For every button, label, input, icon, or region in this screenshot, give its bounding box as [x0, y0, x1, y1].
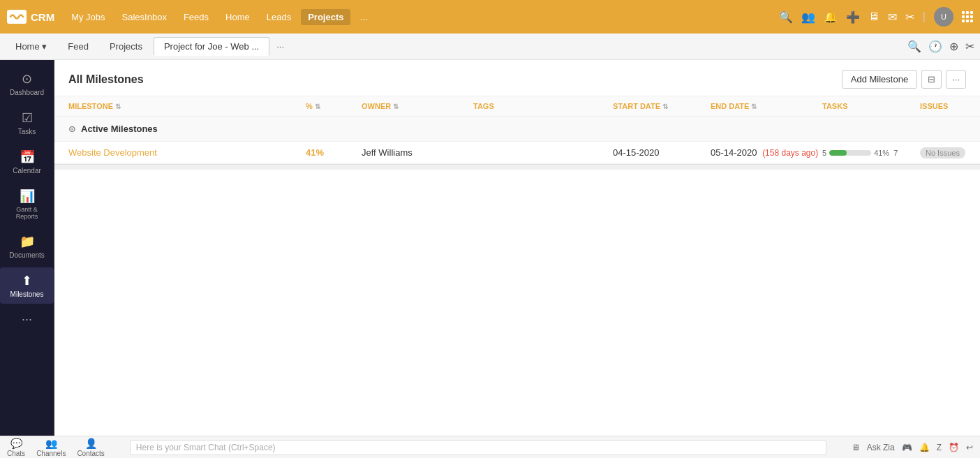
- end-date-value: 05-14-2020: [711, 147, 757, 158]
- progress-track: [829, 150, 871, 156]
- sidebar-item-tasks[interactable]: ☑ Tasks: [0, 105, 54, 141]
- sidebar-item-milestones[interactable]: ⬆ Milestones: [0, 267, 54, 304]
- user-avatar[interactable]: U: [934, 7, 953, 27]
- table-row: Website Development 41% Jeff Williams 04…: [54, 142, 980, 164]
- calendar-icon: 📅: [20, 149, 35, 165]
- tab-feed[interactable]: Feed: [58, 38, 98, 55]
- add-icon[interactable]: ➕: [846, 10, 860, 24]
- sidebar-more-dots[interactable]: ···: [22, 312, 32, 327]
- col-milestone: MILESTONE ⇅: [68, 102, 306, 110]
- filter-button[interactable]: ⊟: [921, 70, 942, 89]
- second-navigation: Home ▾ Feed Projects Project for Joe - W…: [0, 34, 980, 60]
- logo-icon: [7, 10, 27, 24]
- page-title: All Milestones: [68, 73, 842, 86]
- sidebar-label-documents: Documents: [9, 251, 45, 259]
- content-area: All Milestones Add Milestone ⊟ ··· MILES…: [54, 60, 980, 436]
- logo-text: CRM: [31, 11, 54, 23]
- second-search-icon[interactable]: 🔍: [907, 40, 921, 53]
- end-date-sort-icon[interactable]: ⇅: [751, 103, 757, 110]
- search-icon[interactable]: 🔍: [779, 10, 793, 24]
- more-options-button[interactable]: ···: [946, 70, 966, 89]
- sidebar-item-gantt[interactable]: 📊 Gantt & Reports: [0, 183, 54, 226]
- contacts-icon[interactable]: 👥: [801, 10, 815, 24]
- milestone-sort-icon[interactable]: ⇅: [115, 103, 121, 110]
- crm-logo[interactable]: CRM: [7, 10, 54, 24]
- gantt-icon: 📊: [20, 189, 35, 204]
- no-issues-badge: No Issues: [920, 147, 965, 158]
- col-end-date: END DATE ⇅: [711, 102, 822, 110]
- top-navigation: CRM My Jobs SalesInbox Feeds Home Leads …: [0, 0, 980, 34]
- nav-my-jobs[interactable]: My Jobs: [64, 9, 112, 25]
- overdue-label: (158 days ago): [762, 148, 818, 158]
- mail-icon[interactable]: ✉: [888, 10, 897, 24]
- grid-apps-icon[interactable]: [962, 11, 973, 22]
- cell-issues: No Issues: [920, 147, 980, 158]
- progress-fill: [829, 150, 847, 156]
- group-toggle-icon: ⊙: [68, 124, 75, 134]
- top-nav-icons: 🔍 👥 🔔 ➕ 🖥 ✉ ✂ | U: [779, 7, 973, 27]
- main-layout: ⊙ Dashboard ☑ Tasks 📅 Calendar 📊 Gantt &…: [0, 60, 980, 436]
- tab-project-joe[interactable]: Project for Joe - Web ...: [154, 37, 269, 56]
- col-issues: ISSUES: [920, 102, 980, 110]
- sidebar-item-dashboard[interactable]: ⊙ Dashboard: [0, 66, 54, 102]
- milestones-icon: ⬆: [22, 273, 32, 288]
- tab-projects[interactable]: Projects: [100, 38, 152, 55]
- cell-start-date: 04-15-2020: [613, 147, 711, 158]
- tab-home[interactable]: Home ▾: [6, 38, 57, 55]
- milestone-link[interactable]: Website Development: [68, 147, 157, 158]
- header-actions: Add Milestone ⊟ ···: [842, 70, 966, 89]
- tasks-count-left: 5: [822, 149, 826, 157]
- col-start-date: START DATE ⇅: [613, 102, 711, 110]
- cell-end-date: 05-14-2020 (158 days ago): [711, 147, 822, 158]
- dashboard-icon: ⊙: [22, 71, 32, 87]
- second-nav-icons: 🔍 🕐 ⊕ ✂: [907, 40, 974, 53]
- second-settings-icon[interactable]: ✂: [965, 40, 974, 53]
- tab-more-dots[interactable]: ···: [271, 38, 290, 55]
- tasks-count-right: 7: [893, 149, 898, 157]
- cell-owner: Jeff Williams: [362, 147, 473, 158]
- nav-more[interactable]: ...: [353, 9, 375, 25]
- tasks-icon: ☑: [22, 110, 33, 126]
- col-percent: % ⇅: [306, 102, 362, 110]
- group-label: Active Milestones: [81, 124, 158, 134]
- col-tags: TAGS: [473, 102, 613, 110]
- sidebar-item-calendar[interactable]: 📅 Calendar: [0, 144, 54, 180]
- nav-salesinbox[interactable]: SalesInbox: [115, 9, 174, 25]
- cell-percent: 41%: [306, 147, 362, 158]
- cell-tasks: 5 41% 7: [822, 149, 920, 157]
- horizontal-scrollbar[interactable]: [54, 164, 980, 170]
- nav-leads[interactable]: Leads: [260, 9, 298, 25]
- sidebar-label-gantt: Gantt & Reports: [16, 206, 38, 220]
- owner-sort-icon[interactable]: ⇅: [393, 103, 399, 110]
- sidebar-item-documents[interactable]: 📁 Documents: [0, 228, 54, 265]
- nav-home[interactable]: Home: [218, 9, 257, 25]
- documents-icon: 📁: [20, 234, 35, 249]
- nav-projects[interactable]: Projects: [301, 9, 350, 25]
- add-milestone-button[interactable]: Add Milestone: [842, 70, 917, 89]
- cell-milestone-name: Website Development: [68, 147, 306, 158]
- col-owner: OWNER ⇅: [362, 102, 473, 110]
- sidebar-label-calendar: Calendar: [13, 167, 41, 175]
- sidebar-label-dashboard: Dashboard: [10, 89, 44, 96]
- tasks-percent-label: 41%: [874, 149, 889, 157]
- table-header: MILESTONE ⇅ % ⇅ OWNER ⇅ TAGS START DATE …: [54, 96, 980, 117]
- second-add-icon[interactable]: ⊕: [949, 40, 958, 53]
- page-header: All Milestones Add Milestone ⊟ ···: [54, 60, 980, 96]
- nav-feeds[interactable]: Feeds: [177, 9, 216, 25]
- second-clock-icon[interactable]: 🕐: [928, 40, 942, 53]
- tasks-progress-bar: 5 41% 7: [822, 149, 920, 157]
- sidebar-label-tasks: Tasks: [18, 128, 36, 135]
- sidebar-label-milestones: Milestones: [10, 290, 44, 298]
- percent-sort-icon[interactable]: ⇅: [315, 103, 320, 110]
- start-date-sort-icon[interactable]: ⇅: [662, 103, 668, 110]
- group-active-milestones[interactable]: ⊙ Active Milestones: [54, 117, 980, 142]
- notifications-icon[interactable]: 🔔: [824, 10, 838, 24]
- sidebar: ⊙ Dashboard ☑ Tasks 📅 Calendar 📊 Gantt &…: [0, 60, 54, 436]
- col-tasks: TASKS: [822, 102, 920, 110]
- screen-icon[interactable]: 🖥: [868, 10, 879, 23]
- tools-icon[interactable]: ✂: [905, 10, 914, 24]
